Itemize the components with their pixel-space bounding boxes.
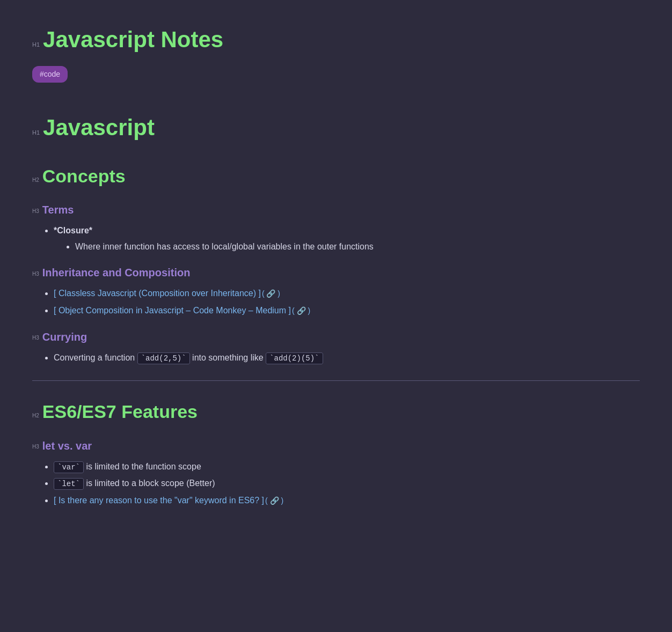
terms-list: *Closure* Where inner function has acces… bbox=[54, 224, 640, 253]
list-item: `var` is limited to the function scope bbox=[54, 460, 640, 474]
list-item: [ Is there any reason to use the "var" k… bbox=[54, 494, 640, 508]
link-icon-var-keyword: ( 🔗 ) bbox=[265, 495, 283, 506]
currying-middle: into something like bbox=[190, 353, 266, 362]
concepts-heading-block: H2Concepts bbox=[32, 161, 640, 190]
tag-container: #code bbox=[32, 66, 640, 93]
terms-heading: Terms bbox=[42, 204, 74, 216]
h1-label-main: H1 bbox=[32, 41, 40, 48]
currying-list: Converting a function `add(2,5)` into so… bbox=[54, 351, 640, 365]
h1-label-js: H1 bbox=[32, 129, 40, 136]
h3-label-inheritance: H3 bbox=[32, 271, 39, 277]
let-vs-var-heading-block: H3let vs. var bbox=[32, 437, 640, 454]
main-title: Javascript Notes bbox=[43, 27, 223, 52]
tag-badge[interactable]: #code bbox=[32, 66, 68, 82]
link-icon-object-composition: ( 🔗 ) bbox=[292, 305, 310, 317]
list-item: [ Object Composition in Javascript – Cod… bbox=[54, 304, 640, 318]
closure-term: *Closure* bbox=[54, 226, 92, 235]
h2-label-es6: H2 bbox=[32, 413, 39, 418]
h3-label-currying: H3 bbox=[32, 335, 39, 341]
inheritance-heading: Inheritance and Composition bbox=[42, 267, 191, 278]
h3-label-let-vs-var: H3 bbox=[32, 444, 39, 450]
javascript-heading: Javascript bbox=[43, 115, 155, 140]
section-divider bbox=[32, 380, 640, 381]
code-var: `var` bbox=[54, 461, 84, 473]
javascript-heading-block: H1Javascript bbox=[32, 109, 640, 145]
inheritance-heading-block: H3Inheritance and Composition bbox=[32, 264, 640, 281]
es6-heading-block: H2ES6/ES7 Features bbox=[32, 397, 640, 426]
link-classless[interactable]: [ Classless Javascript (Composition over… bbox=[54, 289, 261, 298]
link-object-composition[interactable]: [ Object Composition in Javascript – Cod… bbox=[54, 306, 291, 315]
es6-heading: ES6/ES7 Features bbox=[42, 401, 198, 422]
main-title-block: H1Javascript Notes bbox=[32, 21, 640, 57]
currying-heading-block: H3Currying bbox=[32, 328, 640, 346]
list-item: `let` is limited to a block scope (Bette… bbox=[54, 476, 640, 490]
inheritance-list: [ Classless Javascript (Composition over… bbox=[54, 286, 640, 317]
terms-heading-block: H3Terms bbox=[32, 201, 640, 218]
closure-sublist: Where inner function has access to local… bbox=[75, 240, 640, 254]
let-description: is limited to a block scope (Better) bbox=[84, 479, 215, 488]
link-var-keyword[interactable]: [ Is there any reason to use the "var" k… bbox=[54, 496, 264, 505]
code-add25-curried: `add(2)(5)` bbox=[266, 352, 323, 364]
list-item: *Closure* Where inner function has acces… bbox=[54, 224, 640, 253]
currying-heading: Currying bbox=[42, 331, 87, 343]
currying-before: Converting a function bbox=[54, 353, 137, 362]
list-item: [ Classless Javascript (Composition over… bbox=[54, 286, 640, 300]
code-add25: `add(2,5)` bbox=[137, 352, 190, 364]
let-vs-var-heading: let vs. var bbox=[42, 440, 92, 452]
link-icon-classless: ( 🔗 ) bbox=[262, 288, 280, 299]
h2-label-concepts: H2 bbox=[32, 177, 39, 183]
list-item: Converting a function `add(2,5)` into so… bbox=[54, 351, 640, 365]
var-description: is limited to the function scope bbox=[84, 462, 201, 471]
code-let: `let` bbox=[54, 478, 84, 490]
let-vs-var-list: `var` is limited to the function scope `… bbox=[54, 460, 640, 508]
h3-label-terms: H3 bbox=[32, 208, 39, 214]
concepts-heading: Concepts bbox=[42, 166, 126, 186]
list-item: Where inner function has access to local… bbox=[75, 240, 640, 254]
